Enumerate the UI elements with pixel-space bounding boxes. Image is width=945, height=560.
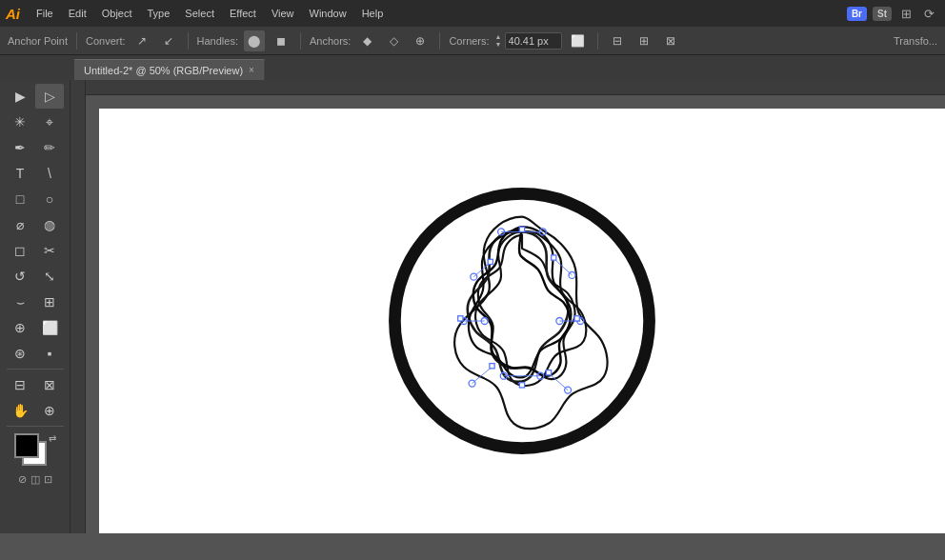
tool-row-6: ⌀ ◍ [6,212,64,237]
foreground-color-swatch[interactable] [14,433,39,458]
pattern-swatch-icon[interactable]: ⊡ [44,473,52,486]
anchors-btn-3[interactable]: ⊕ [410,30,431,51]
svg-rect-28 [488,259,493,264]
tool-row-1: ▶ ▷ [6,84,64,109]
ruler-horizontal [70,80,945,95]
st-badge[interactable]: St [873,7,892,21]
tool-row-10: ⊕ ⬜ [6,315,64,340]
anchors-label: Anchors: [310,35,351,47]
anchors-btn-2[interactable]: ◇ [383,30,404,51]
svg-rect-14 [546,370,551,375]
magic-wand-tool-btn[interactable]: ✳ [6,110,34,134]
corners-spinner[interactable]: ▲ ▼ [495,33,502,49]
canvas-area[interactable] [70,80,945,533]
scale-tool-btn[interactable]: ⤡ [35,264,64,289]
tool-row-11: ⊛ ▪ [6,341,64,366]
main-layout: ▶ ▷ ✳ ⌖ ✒ ✏ T \ □ ○ ⌀ ◍ ◻ ✂ ↺ ⤡ [0,80,945,533]
type-tool-btn[interactable]: T [6,161,34,186]
menu-help[interactable]: Help [355,4,391,23]
rect-tool-btn[interactable]: □ [6,187,34,211]
align-btn-2[interactable]: ⊞ [633,30,654,51]
symbol-tool-btn[interactable]: ⊛ [6,341,34,366]
hand-tool-btn[interactable]: ✋ [6,398,34,423]
menu-window[interactable]: Window [303,4,353,23]
direct-selection-tool-btn[interactable]: ▷ [35,84,64,109]
none-swatch-icon[interactable]: ⊘ [18,473,27,486]
tool-row-9: ⌣ ⊞ [6,290,64,314]
pencil-tool-btn[interactable]: ✏ [35,135,64,160]
divider-2 [188,32,189,50]
app-logo: Ai [6,6,20,22]
tool-row-4: T \ [6,161,64,186]
swatch-icon-row: ⊘ ◫ ⊡ [18,473,52,486]
ellipse-tool-btn[interactable]: ○ [35,187,64,211]
svg-rect-11 [574,316,579,321]
tool-panel-separator [7,369,64,370]
tool-row-5: □ ○ [6,187,64,211]
paintbrush-tool-btn[interactable]: ⌀ [6,212,34,237]
pen-tool-btn[interactable]: ✒ [6,135,34,160]
zoom-tool-btn[interactable]: ⊕ [35,398,64,423]
transform-label: Transfo... [894,35,937,47]
divider-4 [439,32,440,50]
align-btn-3[interactable]: ⊠ [660,30,681,51]
menu-type[interactable]: Type [141,4,177,23]
menu-object[interactable]: Object [95,4,139,23]
br-badge[interactable]: Br [847,7,867,21]
free-transform-tool-btn[interactable]: ⊞ [35,290,64,314]
align-btn-1[interactable]: ⊟ [607,30,628,51]
svg-rect-18 [519,383,524,388]
document-tab[interactable]: Untitled-2* @ 50% (RGB/Preview) × [74,59,265,80]
warp-tool-btn[interactable]: ⌣ [6,290,34,314]
convert-btn-1[interactable]: ↗ [131,30,152,51]
divider-1 [76,32,77,50]
tool-row-12: ⊟ ⊠ [6,372,64,397]
anchors-btn-1[interactable]: ◆ [356,30,377,51]
corners-value-input[interactable]: 40.41 px [505,32,562,50]
handles-btn-2[interactable]: ◼ [271,30,292,51]
graph-tool-btn[interactable]: ▪ [35,341,64,366]
selection-tool-btn[interactable]: ▶ [6,84,34,109]
sync-icon[interactable]: ⟳ [918,3,939,24]
scissors-tool-btn[interactable]: ✂ [35,238,64,263]
swap-colors-icon[interactable]: ⇄ [49,433,56,444]
menu-effect[interactable]: Effect [223,4,263,23]
tool-row-3: ✒ ✏ [6,135,64,160]
menu-bar: Ai File Edit Object Type Select Effect V… [0,0,945,27]
corners-shape-btn[interactable]: ⬜ [568,30,589,51]
handles-btn-active[interactable]: ⬤ [244,30,265,51]
tool-row-8: ↺ ⤡ [6,264,64,289]
tool-panel: ▶ ▷ ✳ ⌖ ✒ ✏ T \ □ ○ ⌀ ◍ ◻ ✂ ↺ ⤡ [0,80,70,533]
tool-options-bar: Anchor Point Convert: ↗ ↙ Handles: ⬤ ◼ A… [0,27,945,55]
artboard-tool-btn[interactable]: ⊟ [6,372,34,397]
color-swatches: ⇄ [14,433,56,471]
divider-3 [300,32,301,50]
line-tool-btn[interactable]: \ [35,161,64,186]
rotate-tool-btn[interactable]: ↺ [6,264,34,289]
grid-icon[interactable]: ⊞ [895,3,916,24]
svg-rect-4 [519,227,524,231]
corners-input-group: ▲ ▼ 40.41 px [495,32,562,50]
menu-file[interactable]: File [30,4,60,23]
color-area: ⇄ ⊘ ◫ ⊡ [14,433,56,486]
menu-select[interactable]: Select [178,4,221,23]
slice-tool-btn[interactable]: ⊠ [35,372,64,397]
convert-btn-2[interactable]: ↙ [158,30,179,51]
ruler-vertical [70,80,86,533]
tab-title: Untitled-2* @ 50% (RGB/Preview) [84,65,243,76]
menu-edit[interactable]: Edit [62,4,93,23]
blob-brush-tool-btn[interactable]: ◍ [35,212,64,237]
svg-rect-7 [552,255,556,260]
svg-rect-25 [458,316,463,321]
drawing-canvas[interactable] [99,109,945,533]
tab-close-btn[interactable]: × [249,65,254,75]
shape-builder-tool-btn[interactable]: ⊕ [6,315,34,340]
lasso-tool-btn[interactable]: ⌖ [35,110,64,134]
menu-view[interactable]: View [265,4,301,23]
svg-rect-21 [490,364,494,369]
tool-row-13: ✋ ⊕ [6,398,64,423]
eraser-tool-btn[interactable]: ◻ [6,238,34,263]
gradient-swatch-icon[interactable]: ◫ [30,473,40,486]
perspective-tool-btn[interactable]: ⬜ [35,315,64,340]
tab-bar: Untitled-2* @ 50% (RGB/Preview) × [0,55,945,80]
